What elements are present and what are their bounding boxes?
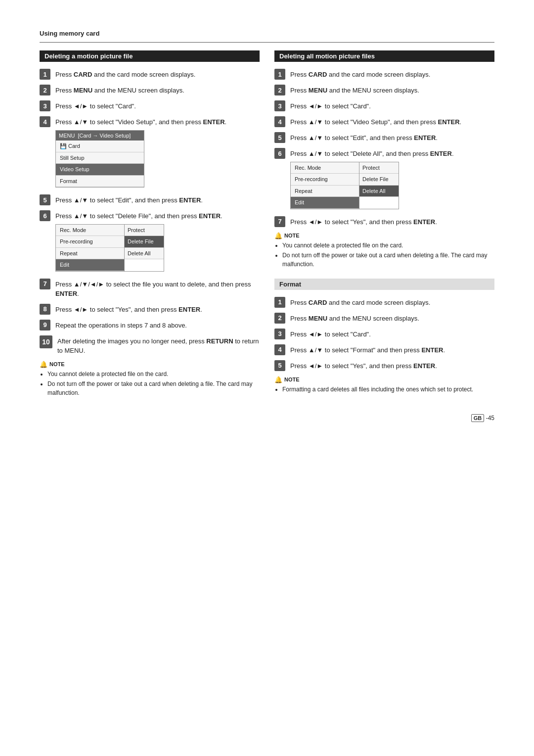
left-note-title: 🔔 NOTE: [40, 361, 260, 368]
left-menu-format: Format: [56, 176, 144, 188]
left-submenu-left: Rec. Mode Pre-recording Repeat Edit: [55, 224, 125, 272]
format-step-2-text: Press MENU and the MENU screen displays.: [290, 313, 419, 324]
right-step-4: 4 Press ▲/▼ to select "Video Setup", and…: [274, 116, 494, 127]
left-step-8-num: 8: [40, 304, 50, 315]
left-step-2-num: 2: [40, 85, 50, 95]
left-step-7-num: 7: [40, 279, 50, 289]
page-title: Using memory card: [40, 30, 494, 37]
left-step-10: 10 After deleting the images you no long…: [40, 335, 260, 356]
format-step-2: 2 Press MENU and the MENU screen display…: [274, 313, 494, 324]
right-section-header: Deleting all motion picture files: [274, 50, 494, 62]
format-step-4-text: Press ▲/▼ to select "Format" and then pr…: [290, 344, 445, 355]
left-submenu-right: Protect Delete File Delete All: [125, 224, 164, 272]
left-step-8-text: Press ◄/► to select "Yes", and then pres…: [55, 304, 202, 315]
format-step-2-num: 2: [274, 313, 285, 324]
right-step-6: 6 Press ▲/▼ to select "Delete All", and …: [274, 148, 494, 211]
format-step-1-text: Press CARD and the card mode screen disp…: [290, 297, 430, 308]
left-step-4-text: Press ▲/▼ to select "Video Setup", and t…: [55, 116, 226, 189]
left-menu-screenshot-4: MENU [Card → Video Setup] 💾 Card Still S…: [55, 130, 144, 188]
right-submenu-right: Protect Delete File Delete All: [359, 162, 399, 209]
left-step-3-text: Press ◄/► to select "Card".: [55, 100, 136, 111]
left-step-10-num: 10: [40, 335, 52, 348]
left-sub-repeat: Repeat: [56, 248, 124, 260]
left-step-9-num: 9: [40, 320, 50, 331]
left-step-4: 4 Press ▲/▼ to select "Video Setup", and…: [40, 116, 260, 189]
left-step-9: 9 Repeat the operations in steps 7 and 8…: [40, 320, 260, 331]
right-sub-protect: Protect: [359, 162, 399, 174]
right-note: 🔔 NOTE You cannot delete a protected fil…: [274, 232, 494, 269]
format-note: 🔔 NOTE Formatting a card deletes all fil…: [274, 376, 494, 394]
page-number: GB -45: [40, 414, 494, 422]
left-step-4-num: 4: [40, 116, 50, 127]
right-step-7-text: Press ◄/► to select "Yes", and then pres…: [290, 216, 437, 227]
right-step-3-num: 3: [274, 100, 285, 111]
right-step-2: 2 Press MENU and the MENU screen display…: [274, 85, 494, 95]
left-step-5-num: 5: [40, 194, 50, 205]
right-submenu-6: Rec. Mode Pre-recording Repeat Edit Prot…: [290, 162, 399, 209]
note-icon-left: 🔔: [40, 361, 47, 368]
right-step-5-text: Press ▲/▼ to select "Edit", and then pre…: [290, 132, 438, 143]
right-sub-repeat: Repeat: [291, 186, 359, 197]
format-step-5-num: 5: [274, 360, 285, 371]
format-section: Format 1 Press CARD and the card mode sc…: [274, 279, 494, 394]
right-note-text: You cannot delete a protected file on th…: [274, 241, 494, 269]
right-step-1-text: Press CARD and the card mode screen disp…: [290, 69, 430, 80]
left-step-3: 3 Press ◄/► to select "Card".: [40, 100, 260, 111]
right-sub-deleteall: Delete All: [359, 186, 399, 197]
format-step-3: 3 Press ◄/► to select "Card".: [274, 329, 494, 339]
left-step-2: 2 Press MENU and the MENU screen display…: [40, 85, 260, 95]
left-step-2-text: Press MENU and the MENU screen displays.: [55, 85, 184, 95]
right-step-6-text: Press ▲/▼ to select "Delete All", and th…: [290, 148, 454, 211]
format-step-4: 4 Press ▲/▼ to select "Format" and then …: [274, 344, 494, 355]
right-step-1: 1 Press CARD and the card mode screen di…: [274, 69, 494, 80]
format-step-3-text: Press ◄/► to select "Card".: [290, 329, 371, 339]
left-step-6: 6 Press ▲/▼ to select "Delete File", and…: [40, 210, 260, 274]
left-note: 🔔 NOTE You cannot delete a protected fil…: [40, 361, 260, 397]
right-step-3-text: Press ◄/► to select "Card".: [290, 100, 371, 111]
right-step-2-text: Press MENU and the MENU screen displays.: [290, 85, 419, 95]
left-step-5: 5 Press ▲/▼ to select "Edit", and then p…: [40, 194, 260, 205]
left-sub-prerec: Pre-recording: [56, 236, 124, 248]
format-step-1-num: 1: [274, 297, 285, 308]
format-step-5: 5 Press ◄/► to select "Yes", and then pr…: [274, 360, 494, 371]
left-step-8: 8 Press ◄/► to select "Yes", and then pr…: [40, 304, 260, 315]
format-note-text: Formatting a card deletes all files incl…: [274, 385, 494, 394]
format-note-label: NOTE: [284, 377, 300, 382]
left-note-label: NOTE: [49, 361, 65, 367]
left-step-7-text: Press ▲/▼/◄/► to select the file you wan…: [55, 279, 260, 299]
left-note-text: You cannot delete a protected file on th…: [40, 370, 260, 397]
left-menu-title: MENU [Card → Video Setup]: [56, 131, 144, 141]
left-sub-recmode: Rec. Mode: [56, 225, 124, 236]
right-submenu-left: Rec. Mode Pre-recording Repeat Edit: [290, 162, 359, 209]
left-column: Deleting a motion picture file 1 Press C…: [40, 50, 260, 399]
left-step-7: 7 Press ▲/▼/◄/► to select the file you w…: [40, 279, 260, 299]
right-column: Deleting all motion picture files 1 Pres…: [274, 50, 494, 399]
left-submenu-6: Rec. Mode Pre-recording Repeat Edit Prot…: [55, 224, 164, 272]
gb-badge: GB: [471, 414, 485, 422]
left-menu-card: 💾 Card: [56, 141, 144, 152]
right-sub-recmode: Rec. Mode: [291, 162, 359, 174]
format-note-title: 🔔 NOTE: [274, 376, 494, 383]
right-step-1-num: 1: [274, 69, 285, 80]
right-sub-edit: Edit: [291, 197, 359, 209]
format-step-4-num: 4: [274, 344, 285, 355]
right-step-7: 7 Press ◄/► to select "Yes", and then pr…: [274, 216, 494, 227]
page-number-value: -45: [486, 415, 494, 422]
right-step-2-num: 2: [274, 85, 285, 95]
right-sub-prerec: Pre-recording: [291, 174, 359, 186]
format-step-3-num: 3: [274, 329, 285, 339]
note-icon-right: 🔔: [274, 232, 282, 239]
right-step-5-num: 5: [274, 132, 285, 143]
left-sub-deleteall: Delete All: [125, 248, 164, 260]
format-section-header: Format: [274, 279, 494, 290]
left-menu-video: Video Setup: [56, 164, 144, 176]
right-step-5: 5 Press ▲/▼ to select "Edit", and then p…: [274, 132, 494, 143]
right-note-label: NOTE: [284, 233, 300, 238]
left-step-1-num: 1: [40, 69, 50, 80]
left-step-10-text: After deleting the images you no longer …: [57, 335, 260, 356]
left-section-header: Deleting a motion picture file: [40, 50, 260, 62]
right-sub-deletefile: Delete File: [359, 174, 399, 186]
right-step-4-text: Press ▲/▼ to select "Video Setup", and t…: [290, 116, 461, 127]
left-sub-protect: Protect: [125, 225, 164, 236]
right-step-4-num: 4: [274, 116, 285, 127]
